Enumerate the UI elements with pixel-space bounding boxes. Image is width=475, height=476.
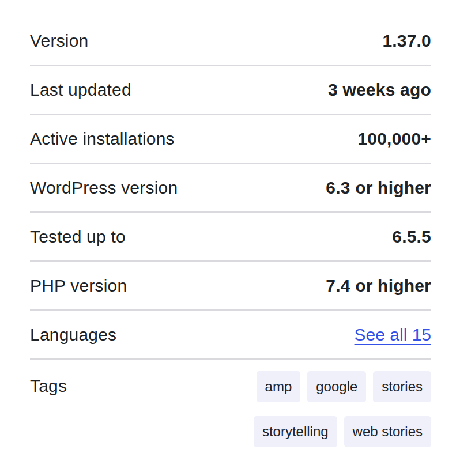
meta-row-wordpress-version: WordPress version 6.3 or higher — [30, 164, 431, 213]
meta-row-tags: Tags ampgooglestoriesstorytellingweb sto… — [30, 360, 431, 409]
tag-pill[interactable]: storytelling — [254, 416, 337, 447]
meta-row-last-updated: Last updated 3 weeks ago — [30, 66, 431, 115]
see-all-languages-link[interactable]: See all 15 — [355, 325, 431, 345]
version-value: 1.37.0 — [382, 31, 431, 51]
meta-row-languages: Languages See all 15 — [30, 311, 431, 360]
meta-row-php-version: PHP version 7.4 or higher — [30, 262, 431, 311]
tags-list: ampgooglestoriesstorytellingweb stories — [235, 371, 431, 447]
active-installations-value: 100,000+ — [357, 129, 431, 149]
wordpress-version-value: 6.3 or higher — [326, 178, 431, 198]
tested-up-to-value: 6.5.5 — [392, 227, 431, 247]
languages-label: Languages — [30, 325, 116, 345]
tag-pill[interactable]: web stories — [344, 416, 431, 447]
meta-row-tested-up-to: Tested up to 6.5.5 — [30, 213, 431, 262]
tag-pill[interactable]: stories — [373, 371, 431, 402]
tested-up-to-label: Tested up to — [30, 227, 126, 247]
php-version-value: 7.4 or higher — [326, 276, 431, 296]
version-label: Version — [30, 31, 88, 51]
plugin-meta-panel: Version 1.37.0 Last updated 3 weeks ago … — [0, 0, 475, 476]
php-version-label: PHP version — [30, 276, 127, 296]
tag-pill[interactable]: amp — [257, 371, 301, 402]
tag-pill[interactable]: google — [307, 371, 366, 402]
wordpress-version-label: WordPress version — [30, 178, 178, 198]
last-updated-value: 3 weeks ago — [328, 80, 431, 100]
meta-row-version: Version 1.37.0 — [30, 17, 431, 66]
last-updated-label: Last updated — [30, 80, 131, 100]
tags-label: Tags — [30, 376, 67, 396]
meta-row-active-installations: Active installations 100,000+ — [30, 115, 431, 164]
active-installations-label: Active installations — [30, 129, 175, 149]
